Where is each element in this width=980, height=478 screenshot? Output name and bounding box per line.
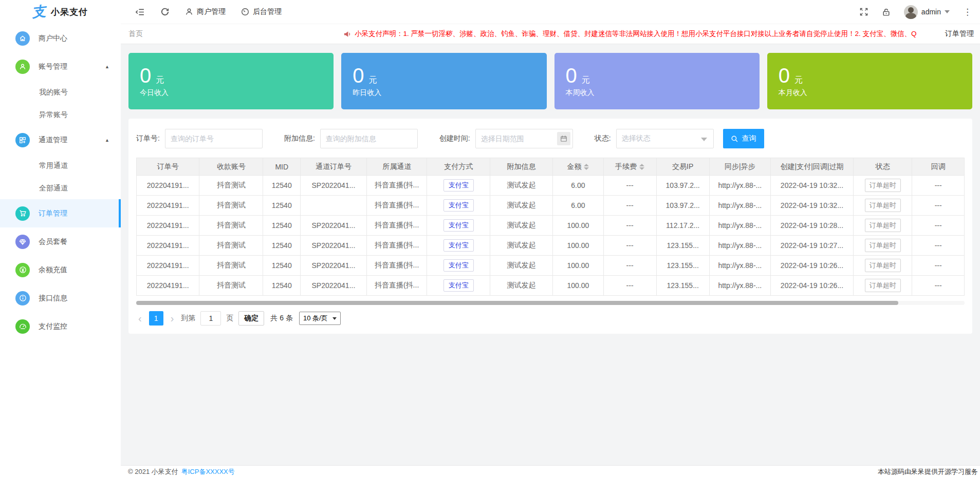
sidebar-item-label: 商户中心	[39, 34, 67, 43]
current-page-button[interactable]: 1	[149, 311, 163, 326]
refresh-icon[interactable]	[160, 7, 170, 16]
jump-page-input[interactable]	[200, 311, 221, 326]
calendar-icon[interactable]	[557, 132, 570, 145]
table-cell	[300, 196, 366, 216]
table-cell: 订单超时	[854, 176, 912, 196]
column-header[interactable]: 金额	[553, 158, 603, 176]
status-badge: 订单超时	[865, 199, 901, 212]
copyright-text: © 2021 小呆支付	[128, 467, 178, 476]
sidebar-item[interactable]: 会员套餐	[0, 227, 121, 256]
next-page-button[interactable]: ›	[169, 313, 176, 323]
topbar: 商户管理 后台管理	[121, 0, 980, 24]
status-badge: 订单超时	[865, 239, 901, 252]
table-cell: 202204191...	[137, 196, 199, 216]
filter-order-no: 订单号:	[136, 129, 263, 148]
table-cell: SP2022041...	[300, 176, 366, 196]
sidebar-item[interactable]: 支付监控	[0, 312, 121, 340]
username: admin	[921, 8, 941, 16]
table-cell: 抖音直播(抖...	[366, 176, 427, 196]
order-no-input[interactable]	[165, 129, 263, 148]
sidebar-item[interactable]: 商户中心	[0, 24, 121, 52]
fullscreen-icon[interactable]	[859, 7, 868, 16]
page-size-select[interactable]: 10 条/页	[299, 312, 341, 325]
sidebar-subitem[interactable]: 我的账号	[0, 81, 121, 103]
breadcrumb[interactable]: 首页	[128, 29, 143, 39]
more-menu-icon[interactable]: ⋮	[963, 7, 972, 17]
table-cell: 2022-04-19 10:27...	[770, 236, 853, 256]
sidebar-item-label: 账号管理	[39, 62, 67, 71]
sidebar-item-label: 余额充值	[39, 265, 67, 275]
table-cell: 抖音直播(抖...	[366, 256, 427, 276]
table-cell: 2022-04-19 10:26...	[770, 276, 853, 296]
column-header: 回调	[912, 158, 965, 176]
table-cell: 订单超时	[854, 216, 912, 236]
table-cell: ---	[603, 216, 656, 236]
collapse-menu-icon[interactable]	[135, 7, 145, 17]
table-cell: 12540	[263, 276, 300, 296]
stat-card-value: 0 元	[779, 65, 972, 86]
table-cell: 100.00	[553, 256, 603, 276]
user-menu[interactable]: admin	[904, 5, 950, 19]
table-cell: 2022-04-19 10:32...	[770, 196, 853, 216]
table-cell: ---	[603, 256, 656, 276]
table-cell: ---	[912, 236, 965, 256]
sidebar-item-label: 会员套餐	[39, 237, 67, 246]
scrollbar-thumb[interactable]	[136, 301, 898, 305]
notice-marquee: 小呆支付声明：1. 严禁一切淫秽、涉赌、政治、钓鱼、诈骗、理财、借贷、封建迷信等…	[343, 29, 939, 39]
sidebar-subitem[interactable]: 全部通道	[0, 177, 121, 199]
table-cell: http://yx.88-...	[709, 176, 770, 196]
table-row: 202204191...抖音测试12540SP2022041...抖音直播(抖.…	[137, 276, 965, 296]
chevron-up-icon: ▲	[105, 138, 109, 143]
sidebar-menu: 商户中心 账号管理 ▲ 我的账号异常账号 通道管理 ▲ 常用通道全部通道 订单管…	[0, 24, 121, 340]
sort-icon[interactable]	[584, 164, 589, 170]
coin-icon	[15, 263, 30, 277]
lock-icon[interactable]	[882, 8, 891, 16]
column-header[interactable]: 手续费	[603, 158, 656, 176]
sidebar-item-label: 支付监控	[39, 322, 67, 331]
sidebar-item-label: 订单管理	[39, 209, 67, 218]
tab-order-management[interactable]: 订单管理	[939, 29, 980, 39]
jump-prefix-label: 到第	[181, 314, 195, 323]
table-cell: 抖音测试	[199, 196, 263, 216]
table-cell: 123.155...	[656, 256, 709, 276]
avatar	[904, 5, 918, 19]
sidebar-item[interactable]: 通道管理 ▲	[0, 126, 121, 154]
stat-card-label: 本周收入	[566, 88, 760, 98]
footer: © 2021 小呆支付 粤ICP备XXXXX号 本站源码由呆呆提供开源学习服务	[121, 465, 980, 478]
table-cell: ---	[603, 236, 656, 256]
filter-row: 订单号: 附加信息: 创建时间: 状态:	[136, 129, 965, 148]
confirm-jump-button[interactable]: 确定	[238, 311, 264, 326]
sidebar-subitem[interactable]: 常用通道	[0, 154, 121, 177]
table-cell: SP2022041...	[300, 276, 366, 296]
status-select[interactable]: 选择状态	[616, 129, 714, 148]
icp-link[interactable]: 粤ICP备XXXXX号	[181, 467, 235, 476]
sidebar-item[interactable]: 余额充值	[0, 256, 121, 284]
home-icon	[15, 31, 30, 46]
sidebar-item[interactable]: 订单管理	[0, 199, 121, 227]
filter-extra-info: 附加信息:	[284, 129, 418, 148]
gem-icon	[15, 235, 30, 249]
sidebar-item[interactable]: 账号管理 ▲	[0, 52, 121, 81]
main-area: 商户管理 后台管理	[121, 0, 980, 478]
sidebar-subitem[interactable]: 异常账号	[0, 103, 121, 126]
column-header: 通道订单号	[300, 158, 366, 176]
nav-merchant-admin[interactable]: 商户管理	[185, 7, 226, 16]
search-button[interactable]: 查询	[723, 129, 764, 148]
table-cell: 抖音直播(抖...	[366, 196, 427, 216]
filter-extra-info-label: 附加信息:	[284, 134, 315, 143]
search-button-label: 查询	[742, 134, 756, 143]
table-cell: ---	[912, 196, 965, 216]
filter-order-no-label: 订单号:	[136, 134, 160, 143]
table-cell: 抖音测试	[199, 256, 263, 276]
topbar-right: admin ⋮	[859, 5, 972, 19]
extra-info-input[interactable]	[320, 129, 418, 148]
table-cell: 202204191...	[137, 276, 199, 296]
cart-icon	[15, 206, 30, 221]
sort-icon[interactable]	[639, 164, 644, 170]
table-cell: 202204191...	[137, 236, 199, 256]
sidebar-item[interactable]: 接口信息	[0, 284, 121, 312]
prev-page-button[interactable]: ‹	[136, 313, 144, 323]
date-range-field	[475, 129, 573, 148]
megaphone-icon	[343, 30, 351, 38]
nav-backend-admin[interactable]: 后台管理	[241, 7, 282, 16]
